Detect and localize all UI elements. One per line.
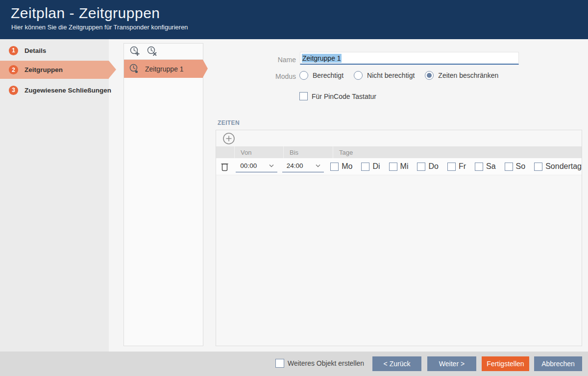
checkbox-icon bbox=[475, 163, 483, 171]
checkbox-icon bbox=[299, 92, 308, 100]
radio-icon-selected bbox=[425, 71, 434, 80]
day-checkbox-di[interactable]: Di bbox=[361, 162, 380, 171]
column-header-actions bbox=[216, 146, 235, 158]
day-checkbox-group: Mo Di Mi Do Fr Sa bbox=[325, 162, 582, 171]
wizard-footer: Weiteres Objekt erstellen < Zurück Weite… bbox=[0, 352, 588, 376]
sidebar-step-details[interactable]: 1 Details bbox=[0, 42, 109, 59]
delete-row-button[interactable] bbox=[221, 162, 228, 172]
checkbox-icon bbox=[534, 163, 542, 171]
column-header-von: Von bbox=[235, 146, 284, 158]
checkbox-label: Weiteres Objekt erstellen bbox=[288, 359, 364, 367]
zeiten-table-row: 00:00 24:00 Mo Di bbox=[216, 158, 582, 175]
day-checkbox-fr[interactable]: Fr bbox=[447, 162, 466, 171]
time-group-list-item-selected[interactable]: Zeitgruppe 1 bbox=[124, 60, 203, 78]
zeiten-table-header: Von Bis Tage bbox=[216, 146, 582, 158]
day-label: Sondertag bbox=[545, 162, 582, 171]
day-label: Fr bbox=[459, 162, 466, 171]
checkbox-label: Für PinCode Tastatur bbox=[312, 93, 376, 100]
column-header-tage: Tage bbox=[333, 146, 582, 158]
page-subtitle: Hier können Sie die Zeitgruppen für Tran… bbox=[11, 24, 588, 31]
day-checkbox-mi[interactable]: Mi bbox=[389, 162, 409, 171]
name-field-label: Name bbox=[216, 56, 296, 64]
finish-button[interactable]: Fertigstellen bbox=[482, 356, 529, 371]
step-label: Zugewiesene Schließungen bbox=[24, 87, 111, 94]
day-checkbox-sa[interactable]: Sa bbox=[475, 162, 496, 171]
checkbox-icon bbox=[275, 359, 284, 368]
wizard-header: Zeitplan - Zeitgruppen Hier können Sie d… bbox=[0, 0, 588, 39]
radio-label: Berechtigt bbox=[313, 71, 343, 79]
day-checkbox-sondertag[interactable]: Sondertag bbox=[534, 162, 582, 171]
bis-time-select[interactable]: 24:00 bbox=[282, 161, 324, 172]
next-button[interactable]: Weiter > bbox=[427, 356, 476, 371]
chevron-down-icon bbox=[315, 164, 321, 168]
clock-plus-icon bbox=[129, 46, 141, 57]
pincode-keyboard-checkbox[interactable]: Für PinCode Tastatur bbox=[299, 92, 376, 100]
plus-circle-icon bbox=[222, 132, 235, 145]
checkbox-icon bbox=[361, 163, 369, 171]
von-time-value: 00:00 bbox=[240, 162, 257, 169]
step-number-badge: 1 bbox=[9, 46, 18, 55]
radio-zeiten-beschraenken[interactable]: Zeiten beschränken bbox=[425, 71, 498, 80]
time-group-icon bbox=[129, 63, 140, 74]
day-label: Mi bbox=[400, 162, 409, 171]
step-label: Zeitgruppen bbox=[24, 66, 63, 73]
zeiten-table-panel: Von Bis Tage 00:00 24:00 bbox=[216, 130, 582, 346]
radio-label: Zeiten beschränken bbox=[438, 71, 498, 79]
modus-radio-group: Berechtigt Nicht berechtigt Zeiten besch… bbox=[299, 71, 498, 80]
day-label: Mo bbox=[342, 162, 352, 171]
sidebar-step-zugewiesene-schliessungen[interactable]: 3 Zugewiesene Schließungen bbox=[0, 82, 109, 98]
checkbox-icon bbox=[505, 163, 513, 171]
step-number-badge: 2 bbox=[9, 65, 18, 74]
time-group-toolbar bbox=[124, 44, 203, 60]
bis-time-value: 24:00 bbox=[287, 162, 303, 169]
trash-icon bbox=[221, 162, 228, 172]
radio-berechtigt[interactable]: Berechtigt bbox=[299, 71, 343, 80]
name-input[interactable]: Zeitgruppe 1 bbox=[300, 52, 519, 65]
von-time-select[interactable]: 00:00 bbox=[236, 161, 277, 172]
radio-label: Nicht berechtigt bbox=[367, 71, 415, 79]
day-label: Sa bbox=[486, 162, 496, 171]
add-time-group-button[interactable] bbox=[129, 46, 141, 57]
checkbox-icon bbox=[417, 163, 425, 171]
create-another-object-checkbox[interactable]: Weiteres Objekt erstellen bbox=[275, 359, 364, 368]
add-time-row-button[interactable] bbox=[222, 132, 235, 145]
radio-nicht-berechtigt[interactable]: Nicht berechtigt bbox=[354, 71, 415, 80]
radio-icon bbox=[299, 71, 308, 80]
sidebar-step-zeitgruppen[interactable]: 2 Zeitgruppen bbox=[0, 61, 109, 79]
time-group-name: Zeitgruppe 1 bbox=[145, 65, 184, 73]
back-button[interactable]: < Zurück bbox=[372, 356, 421, 371]
page-title: Zeitplan - Zeitgruppen bbox=[11, 5, 588, 22]
cancel-button[interactable]: Abbrechen bbox=[534, 356, 582, 371]
day-label: So bbox=[516, 162, 526, 171]
delete-time-group-button[interactable] bbox=[147, 46, 158, 57]
wizard-step-sidebar: 1 Details 2 Zeitgruppen 3 Zugewiesene Sc… bbox=[0, 39, 109, 352]
column-header-bis: Bis bbox=[284, 146, 333, 158]
zeiten-section-label: ZEITEN bbox=[218, 119, 240, 126]
checkbox-icon bbox=[389, 163, 397, 171]
checkbox-icon bbox=[330, 163, 339, 171]
step-number-badge: 3 bbox=[9, 86, 18, 95]
checkbox-icon bbox=[447, 163, 456, 171]
day-checkbox-mo[interactable]: Mo bbox=[330, 162, 352, 171]
step-label: Details bbox=[24, 47, 46, 54]
day-label: Do bbox=[428, 162, 438, 171]
modus-field-label: Modus bbox=[216, 72, 296, 80]
name-input-selected-text: Zeitgruppe 1 bbox=[302, 54, 342, 63]
day-label: Di bbox=[372, 162, 380, 171]
day-checkbox-so[interactable]: So bbox=[505, 162, 526, 171]
clock-x-icon bbox=[147, 46, 158, 57]
time-group-list-panel: Zeitgruppe 1 bbox=[123, 43, 203, 346]
day-checkbox-do[interactable]: Do bbox=[417, 162, 438, 171]
zeiten-toolbar bbox=[216, 130, 582, 146]
chevron-down-icon bbox=[269, 164, 274, 168]
radio-icon bbox=[354, 71, 363, 80]
